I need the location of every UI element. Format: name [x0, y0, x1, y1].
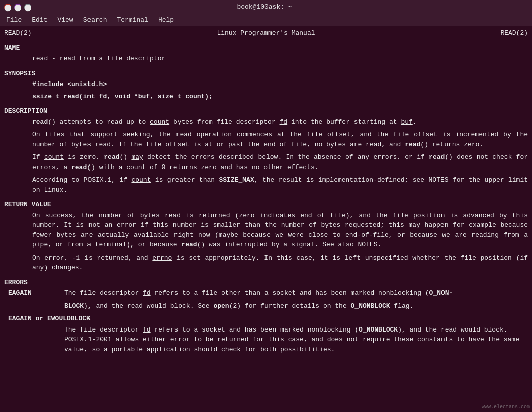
eagain2-row: EAGAIN or EWOULDBLOCK	[4, 314, 528, 324]
desc-para-3: If count is zero, read() may detect the …	[4, 152, 528, 172]
section-name-title: NAME	[4, 43, 528, 53]
menu-file[interactable]: File	[2, 15, 26, 25]
minimize-button[interactable]: ⬤	[14, 4, 21, 11]
menu-bar: File Edit View Search Terminal Help	[0, 14, 532, 26]
window-controls[interactable]: ⬤ ⬤ ⬤	[4, 4, 31, 11]
header-right: READ(2)	[500, 28, 528, 38]
terminal-content: READ(2) Linux Programmer's Manual READ(2…	[0, 26, 532, 412]
eagain1-body: The file descriptor fd refers to a file …	[64, 288, 453, 298]
maximize-button[interactable]: ⬤	[24, 4, 31, 11]
header-left: READ(2)	[4, 28, 32, 38]
menu-terminal[interactable]: Terminal	[113, 15, 152, 25]
header-center: Linux Programmer's Manual	[217, 28, 315, 38]
section-name-body: read - read from a file descriptor	[4, 54, 528, 64]
eagain1-cont: BLOCK), and the read would block. See op…	[4, 301, 528, 311]
section-synopsis-title: SYNOPSIS	[4, 69, 528, 79]
name-body-text: read - read from a file descriptor	[32, 55, 165, 62]
eagain1-label: EAGAIN	[8, 288, 64, 298]
menu-search[interactable]: Search	[79, 15, 111, 25]
desc-para-2: On files that support seeking, the read …	[4, 130, 528, 149]
section-return-title: RETURN VALUE	[4, 200, 528, 210]
desc-para-4: According to POSIX.1, if count is greate…	[4, 175, 528, 195]
eagain2-label: EAGAIN or EWOULDBLOCK	[8, 314, 91, 324]
menu-view[interactable]: View	[53, 15, 77, 25]
menu-help[interactable]: Help	[154, 15, 178, 25]
title-bar: ⬤ ⬤ ⬤ book@100ask: ~	[0, 0, 532, 14]
desc-para-1: read() attempts to read up to count byte…	[4, 117, 528, 127]
watermark: www.electans.com	[482, 404, 530, 410]
include-line: #include <unistd.h>	[4, 79, 528, 90]
window-title: book@100ask: ~	[31, 3, 498, 11]
section-errors-title: ERRORS	[4, 278, 528, 288]
func-line: ssize_t read(int fd, void *buf, size_t c…	[4, 92, 528, 102]
manpage-header: READ(2) Linux Programmer's Manual READ(2…	[4, 28, 528, 38]
return-para-2: On error, -1 is returned, and errno is s…	[4, 253, 528, 273]
eagain2-body: The file descriptor fd refers to a socke…	[4, 325, 528, 355]
menu-edit[interactable]: Edit	[28, 15, 51, 25]
section-description-title: DESCRIPTION	[4, 106, 528, 116]
close-button[interactable]: ⬤	[4, 4, 11, 11]
eagain1-row: EAGAIN The file descriptor fd refers to …	[4, 288, 528, 298]
return-para-1: On success, the number of bytes read is …	[4, 211, 528, 250]
